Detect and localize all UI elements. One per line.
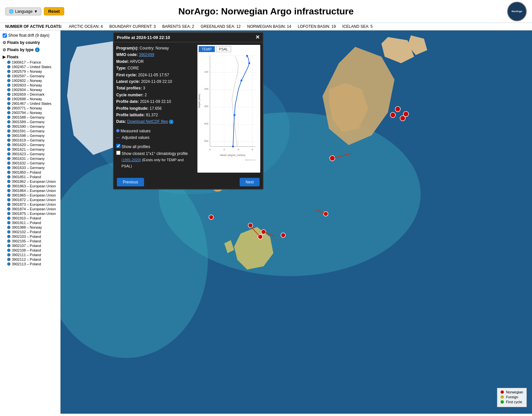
info-icon[interactable]: i bbox=[35, 47, 40, 52]
latest-cycle-value: 2024-11-09 22:10 bbox=[141, 79, 172, 84]
float-item-label: 3901851 – Poland bbox=[12, 175, 41, 179]
legend-norwegian: Norwegian bbox=[501, 390, 523, 394]
list-item[interactable]: 3901620 – Germany bbox=[1, 142, 59, 147]
list-item[interactable]: 3901988 – Norway bbox=[1, 225, 59, 230]
logo-text: NorArgo bbox=[512, 10, 522, 13]
reset-button[interactable]: Reset bbox=[44, 7, 64, 15]
list-item[interactable]: 3901591 – Germany bbox=[1, 129, 59, 133]
list-item[interactable]: 1902457 – United States bbox=[1, 65, 59, 69]
profile-longitude-label: Profile longitude: bbox=[116, 106, 149, 111]
float-item-label: 3901590 – Germany bbox=[12, 124, 45, 128]
list-item[interactable]: 3902103 – Poland bbox=[1, 234, 59, 239]
list-item[interactable]: 3901590 – Germany bbox=[1, 124, 59, 129]
list-item[interactable]: 3901872 – European Union bbox=[1, 198, 59, 202]
map-area[interactable]: Profile at 2024-11-09 22:10 ✕ Program(s)… bbox=[61, 30, 532, 414]
list-item[interactable]: 3902111 – Poland bbox=[1, 253, 59, 257]
svg-text:Values (degree_Celsius): Values (degree_Celsius) bbox=[220, 154, 245, 157]
float-dot-icon bbox=[7, 106, 10, 110]
profile-date-value: 2024-11-09 22:10 bbox=[140, 99, 171, 104]
show-all-profiles-checkbox[interactable] bbox=[116, 144, 120, 148]
list-item[interactable]: 3901862 – European Union bbox=[1, 179, 59, 184]
float-item-label: 3901589 – Germany bbox=[12, 120, 45, 124]
list-item[interactable]: 3901632 – Germany bbox=[1, 161, 59, 165]
show-drift-checkbox[interactable] bbox=[3, 33, 7, 38]
list-item[interactable]: 1902597 – Germany bbox=[1, 74, 59, 78]
list-item[interactable]: 3901623 – Germany bbox=[1, 152, 59, 156]
list-item[interactable]: 2903794 – Norway bbox=[1, 110, 59, 115]
float-dot-icon bbox=[7, 171, 10, 174]
list-item[interactable]: 3901863 – European Union bbox=[1, 184, 59, 188]
list-item[interactable]: 3902102 – Poland bbox=[1, 230, 59, 234]
data-info-icon[interactable]: i bbox=[169, 120, 174, 124]
latest-cycle-field: Latest cycle: 2024-11-09 22:10 bbox=[116, 78, 195, 85]
float-dot-icon bbox=[7, 235, 10, 238]
float-item-label: 3901631 – Germany bbox=[12, 157, 45, 161]
list-item[interactable]: 3901598 – Germany bbox=[1, 133, 59, 138]
svg-text:Depth (dbar): Depth (dbar) bbox=[198, 94, 201, 108]
list-item[interactable]: 3902107 – Poland bbox=[1, 243, 59, 248]
list-item[interactable]: 3901589 – Germany bbox=[1, 120, 59, 124]
float-item-label: 3902103 – Poland bbox=[12, 235, 41, 238]
list-item[interactable]: 1902602 – Norway bbox=[1, 78, 59, 83]
list-item[interactable]: 1902659 – Denmark bbox=[1, 92, 59, 97]
list-item[interactable]: 3902108 – Poland bbox=[1, 248, 59, 253]
sidebar-show-drift-section: Show float drift (9 days) bbox=[1, 32, 59, 38]
list-item[interactable]: 3901621 – Germany bbox=[1, 147, 59, 152]
list-item[interactable]: 3901874 – European Union bbox=[1, 207, 59, 211]
download-link[interactable]: Download NetCDF files bbox=[127, 119, 168, 124]
logo: NorArgo bbox=[507, 2, 527, 21]
wmo-label: WMO code: bbox=[116, 52, 138, 57]
list-item[interactable]: 3902113 – Poland bbox=[1, 262, 59, 266]
data-label: Data: bbox=[116, 119, 126, 124]
list-item[interactable]: 3901619 – Germany bbox=[1, 138, 59, 142]
previous-button[interactable]: Previous bbox=[117, 178, 144, 186]
list-item[interactable]: 3901850 – Poland bbox=[1, 170, 59, 175]
float-dot-icon bbox=[7, 175, 10, 179]
floats-by-country-toggle[interactable]: ⊙ Floats by country bbox=[1, 40, 59, 46]
list-item[interactable]: 3902105 – Poland bbox=[1, 239, 59, 243]
tab-psal[interactable]: PSAL bbox=[216, 46, 231, 52]
list-item[interactable]: 3901873 – European Union bbox=[1, 202, 59, 207]
float-dot-icon bbox=[7, 120, 10, 123]
list-item[interactable]: 3901851 – Poland bbox=[1, 175, 59, 179]
floats-toggle[interactable]: ▶ Floats bbox=[1, 54, 59, 60]
list-item[interactable]: 2901467 – United States bbox=[1, 101, 59, 106]
profile-longitude-value: 17.656 bbox=[150, 106, 162, 111]
show-drift-checkbox-row[interactable]: Show float drift (9 days) bbox=[1, 32, 59, 38]
list-item[interactable]: 2903771 – Norway bbox=[1, 106, 59, 110]
wmo-link[interactable]: 3902499 bbox=[139, 52, 154, 57]
list-item[interactable]: 3902112 – Poland bbox=[1, 257, 59, 262]
list-item[interactable]: 3901633 – Germany bbox=[1, 165, 59, 170]
modal-close-button[interactable]: ✕ bbox=[255, 35, 260, 40]
foreign-label: Foreign bbox=[506, 395, 518, 399]
list-item[interactable]: 3901911 – Poland bbox=[1, 220, 59, 225]
list-item[interactable]: 1902698 – Norway bbox=[1, 97, 59, 101]
float-item-label: 3901863 – European Union bbox=[12, 184, 56, 188]
float-item-label: 3901988 – Norway bbox=[12, 225, 42, 229]
float-dot-icon bbox=[7, 253, 10, 256]
float-dot-icon bbox=[7, 65, 10, 68]
language-button[interactable]: 🌐 Language ▼ bbox=[5, 8, 41, 15]
list-item[interactable]: 3901588 – Germany bbox=[1, 115, 59, 120]
foreign-dot bbox=[501, 395, 504, 399]
tab-temp[interactable]: TEMP bbox=[199, 46, 215, 52]
next-button[interactable]: Next bbox=[240, 178, 260, 186]
list-item[interactable]: 1900617 – France bbox=[1, 60, 59, 65]
list-item[interactable]: 3901865 – European Union bbox=[1, 193, 59, 198]
list-item[interactable]: 3901631 – Germany bbox=[1, 156, 59, 161]
list-item[interactable]: 1902603 – Norway bbox=[1, 83, 59, 87]
list-item[interactable]: 3901875 – European Union bbox=[1, 211, 59, 216]
list-item[interactable]: 1902604 – Norway bbox=[1, 87, 59, 92]
model-label: Model: bbox=[116, 59, 129, 64]
climatology-years-link[interactable]: (1991-2020) bbox=[121, 158, 141, 162]
show-climatology-checkbox[interactable] bbox=[116, 151, 120, 155]
floats-by-type-toggle[interactable]: ⊙ Floats by type i bbox=[1, 47, 59, 53]
list-item[interactable]: 1902579 – Norway bbox=[1, 69, 59, 74]
cycle-number-field: Cycle number: 2 bbox=[116, 92, 195, 98]
float-item-label: 2903794 – Norway bbox=[12, 111, 42, 115]
float-item-label: 3902112 – Poland bbox=[12, 257, 41, 261]
list-item[interactable]: 3901910 – Poland bbox=[1, 216, 59, 220]
list-item[interactable]: 3901864 – European Union bbox=[1, 188, 59, 193]
svg-point-54 bbox=[232, 145, 234, 147]
sidebar: Show float drift (9 days) ⊙ Floats by co… bbox=[0, 30, 61, 414]
